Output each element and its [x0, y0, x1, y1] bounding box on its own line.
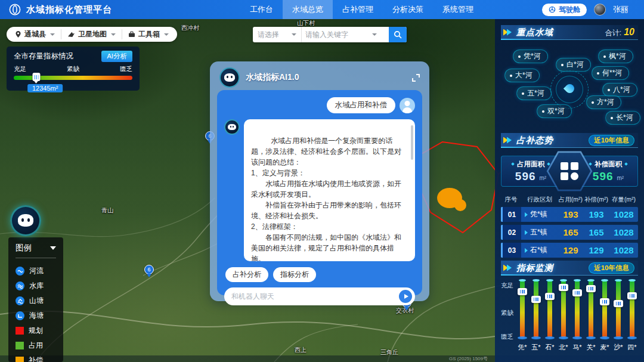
occupation-analysis-button[interactable]: 占补分析 [225, 267, 268, 282]
user-message-row: 水域占用和补偿 [224, 97, 415, 113]
satellite-map-icon [67, 31, 75, 38]
main-nav: 工作台 水域总览 占补管理 分析决策 系统管理 [240, 0, 483, 19]
river-tag[interactable]: 五*河 [516, 86, 552, 100]
key-waters-cloud: 凭*河 白*河 枫*河 大*河 何**河 五*河 八*河 双*河 方*河 长*河 [501, 42, 638, 133]
legend-item-compensation[interactable]: 补偿 [16, 353, 56, 362]
nav-item-workbench[interactable]: 工作台 [240, 0, 283, 19]
search-input-wrap [302, 27, 389, 42]
river-tag[interactable]: 枫*河 [598, 49, 633, 63]
assistant-robot-button[interactable] [10, 205, 41, 236]
compensation-area-label: 补偿面积 [595, 160, 622, 169]
legend-title: 图例 [16, 243, 32, 253]
occupied-color-swatch [16, 342, 24, 349]
user-message-bubble: 水域占用和补偿 [327, 97, 396, 113]
stock-level-marker [32, 73, 40, 81]
chat-title: 水域指标AI1.0 [246, 72, 299, 83]
scale-label-sufficient: 充足 [501, 281, 513, 290]
gauge-category-label: 马* [572, 343, 581, 352]
trend-banner: 占用面积 596 m² 补偿面积 596 m² [501, 153, 638, 190]
map-place-label: 青山 [101, 206, 113, 215]
river-tag[interactable]: 白*河 [556, 58, 591, 72]
seawall-icon [16, 311, 24, 320]
compensation-area-value: 596 [593, 170, 614, 183]
trend-title: 占补态势 [516, 135, 553, 146]
key-waters-title: 重点水域 [516, 27, 553, 38]
legend-item-reservoir[interactable]: 水库 [16, 279, 56, 293]
table-header-row: 序号 行政区划 占用(m²) 补偿(m²) 存量(m²) [501, 194, 638, 207]
legend-item-occupied[interactable]: 占用 [16, 338, 56, 353]
search-bar: 请选择 [253, 27, 407, 42]
search-icon [394, 30, 402, 39]
gauge-category-label: 五* [531, 343, 540, 352]
river-tag[interactable]: 大*河 [504, 69, 540, 82]
gauge-category-label: 沙* [614, 343, 623, 352]
search-keyword-input[interactable] [305, 30, 371, 39]
gauge-marker [600, 298, 609, 305]
river-tag[interactable]: 何**河 [592, 66, 629, 80]
cockpit-button[interactable]: 驾驶舱 [542, 4, 587, 16]
map-place-label: 山下村 [297, 19, 315, 27]
region-table: 序号 行政区划 占用(m²) 补偿(m²) 存量(m²) 01 凭*镇 193 … [501, 194, 638, 258]
basemap-label: 卫星地图 [78, 29, 107, 39]
section-arrow-icon [503, 29, 512, 36]
gauge-marker [559, 284, 568, 291]
legend-label: 河流 [29, 266, 44, 276]
monitor-title: 指标监测 [516, 262, 553, 274]
gauge-category-label: 北* [559, 343, 568, 352]
search-category-select[interactable]: 请选择 [253, 27, 302, 42]
chevron-down-icon [164, 33, 169, 36]
message-scrollbar[interactable] [411, 125, 413, 160]
map-place-label: 西上 [295, 346, 306, 354]
chat-body: 水域占用和补偿 水域占用和补偿是一个复杂而重要的话题，涉及法律、经济和社会多个层… [217, 90, 422, 295]
occupied-area-unit: m² [540, 175, 547, 181]
compensation-color-swatch [16, 357, 24, 362]
section-arrow-icon [503, 137, 512, 144]
expand-icon[interactable] [412, 74, 420, 82]
legend-header[interactable]: 图例 [16, 243, 56, 253]
gauge-category-label: 凭* [518, 343, 527, 352]
gauge-marker [627, 292, 637, 299]
gauge-marker [614, 300, 623, 307]
legend-item-seawall[interactable]: 海塘 [16, 308, 56, 323]
river-tag[interactable]: 方*河 [586, 95, 621, 109]
table-row[interactable]: 01 凭*镇 193 193 1028 [501, 207, 638, 222]
caret-down-icon [50, 246, 56, 250]
legend-item-river[interactable]: 河流 [16, 264, 56, 279]
user-avatar[interactable] [594, 4, 606, 16]
search-category-placeholder: 请选择 [258, 30, 279, 40]
level-sufficient-label: 充足 [14, 65, 26, 73]
indicator-gauge-chart: 充足 紧缺 匮乏 凭* 五* 石* 北* 马* 关* 麦* 沙* 四* [501, 278, 638, 360]
screen: 西冲村 山下村 青山 交衣村 西上 三角丘 6 6 6 GS (2025) 15… [0, 0, 644, 362]
table-row[interactable]: 03 石*镇 129 129 1028 [501, 243, 638, 258]
stock-panel-title: 全市存量指标情况 [14, 51, 73, 61]
basemap-selector[interactable]: 卫星地图 [61, 29, 122, 39]
ai-analysis-button[interactable]: AI分析 [101, 51, 132, 62]
topbar: 水域指标化管理平台 工作台 水域总览 占补管理 分析决策 系统管理 驾驶舱 张丽 [0, 0, 644, 19]
toolbox-label: 工具箱 [138, 29, 160, 39]
river-tag[interactable]: 八*河 [602, 83, 637, 97]
region-selector[interactable]: 通城县 [9, 29, 61, 39]
river-tag[interactable]: 长*河 [605, 111, 640, 125]
nav-item-analysis[interactable]: 分析决策 [383, 0, 433, 19]
nav-item-system-mgmt[interactable]: 系统管理 [433, 0, 483, 19]
legend-label: 规划 [29, 326, 43, 336]
gauge-marker [545, 293, 555, 300]
river-tag[interactable]: 双*河 [537, 104, 572, 118]
toolbox-selector[interactable]: 工具箱 [122, 29, 175, 39]
legend-item-pond[interactable]: 山塘 [16, 293, 56, 308]
nav-item-water-overview[interactable]: 水域总览 [283, 0, 333, 19]
search-button[interactable] [389, 27, 407, 42]
nav-item-occupation-mgmt[interactable]: 占补管理 [333, 0, 383, 19]
river-tag[interactable]: 凭*河 [513, 49, 548, 63]
gauge-marker [572, 289, 582, 296]
chat-input[interactable] [231, 292, 399, 301]
legend-item-planning[interactable]: 规划 [16, 323, 56, 338]
table-row[interactable]: 02 五*镇 165 165 1028 [501, 225, 638, 240]
quick-actions: 占补分析 指标分析 [224, 267, 415, 282]
send-button[interactable] [399, 290, 412, 303]
legend-panel: 图例 河流 水库 山塘 海塘 规划 [8, 237, 63, 362]
cockpit-label: 驾驶舱 [559, 5, 580, 15]
region-label: 通城县 [24, 29, 46, 39]
map-cluster-marker[interactable]: 6 [144, 265, 154, 274]
indicator-analysis-button[interactable]: 指标分析 [273, 267, 316, 282]
